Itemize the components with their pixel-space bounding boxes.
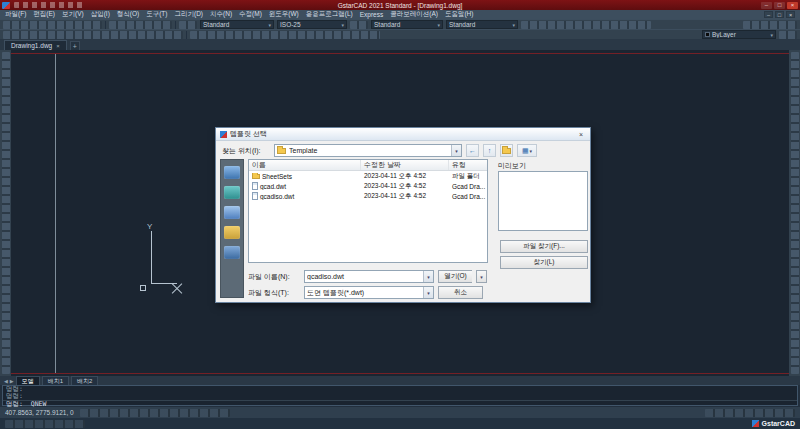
status-lower-icons[interactable] [5, 420, 85, 428]
window-controls: – □ × [761, 2, 798, 9]
tab-close-icon[interactable]: × [56, 43, 60, 49]
new-folder-icon [502, 148, 511, 154]
menu-dimension[interactable]: 치수(N) [210, 10, 232, 19]
chevron-down-icon[interactable]: ▾ [451, 145, 461, 156]
color-combo[interactable]: ByLayer ▾ [702, 30, 776, 39]
look-in-value: Template [289, 147, 448, 154]
tab-label: Drawing1.dwg [11, 42, 52, 49]
tab-layout2[interactable]: 배치2 [71, 376, 98, 385]
command-area: 명령: 명령: 명령: _QNEW [0, 385, 800, 407]
match-properties-icon[interactable] [779, 31, 797, 39]
menu-format[interactable]: 형식(O) [117, 10, 139, 19]
menu-file[interactable]: 파일(F) [5, 10, 26, 19]
file-name-combo[interactable]: gcadiso.dwt ▾ [304, 270, 434, 283]
up-one-level-button[interactable]: ↑ [483, 144, 496, 157]
file-row-sheetsets[interactable]: SheetSets 2023-04-11 오후 4:52 파일 폴더 [249, 171, 487, 181]
file-date-cell: 2023-04-11 오후 4:52 [361, 172, 449, 181]
menu-draw[interactable]: 그리기(D) [175, 10, 204, 19]
places-desktop-button[interactable] [224, 186, 240, 199]
drawing-canvas[interactable]: Y 템플릿 선택 × 찾는 위치(I): Template ▾ ← [11, 50, 789, 376]
file-type-cell: Gcad Dra... [449, 193, 487, 200]
zoom-toolbar-icons[interactable] [109, 21, 172, 29]
doc-close-button[interactable]: × [786, 11, 795, 18]
chevron-down-icon: ▾ [512, 22, 515, 28]
views-menu-button[interactable]: ▦ ▾ [517, 144, 537, 157]
window-maximize-button[interactable]: □ [774, 2, 785, 9]
tab-drawing1[interactable]: Drawing1.dwg × [4, 40, 67, 50]
open-button[interactable]: 열기(O) [438, 270, 472, 283]
table-style-combo[interactable]: Standard ▾ [446, 20, 518, 29]
dialog-close-button[interactable]: × [576, 130, 586, 139]
locate-button[interactable]: 찾기(L) [500, 256, 588, 269]
file-toolbar-icons[interactable] [3, 21, 102, 29]
places-network-button[interactable] [224, 246, 240, 259]
command-window[interactable]: 명령: 명령: 명령: _QNEW [2, 385, 798, 406]
column-name[interactable]: 이름 [249, 160, 361, 170]
column-date-modified[interactable]: 수정한 날짜 [361, 160, 449, 170]
object-properties-icons[interactable] [190, 31, 380, 39]
dialog-title-bar[interactable]: 템플릿 선택 × [216, 128, 590, 141]
tab-layout1[interactable]: 배치1 [42, 376, 69, 385]
window-close-button[interactable]: × [787, 2, 798, 9]
draw-toolbar[interactable] [0, 50, 11, 376]
dim-style-combo[interactable]: ISO-25 ▾ [277, 20, 347, 29]
chevron-down-icon[interactable]: ▾ [423, 287, 433, 298]
text-style-combo[interactable]: Standard ▾ [371, 20, 443, 29]
menu-tools[interactable]: 도구(T) [146, 10, 167, 19]
status-toggle-buttons[interactable] [80, 409, 230, 417]
plus-icon: + [73, 43, 77, 50]
chevron-down-icon[interactable]: ▾ [423, 271, 433, 282]
menu-insert[interactable]: 삽입(I) [91, 10, 110, 19]
menu-collaboration[interactable]: 콜라보레이션(A) [390, 10, 438, 19]
new-tab-button[interactable]: + [70, 41, 80, 50]
file-type-combo[interactable]: 도면 템플릿(*.dwt) ▾ [304, 286, 434, 299]
column-type[interactable]: 유형 [449, 160, 487, 170]
restore-icon: □ [778, 12, 781, 18]
menu-application[interactable]: 응용프로그램(L) [306, 10, 353, 19]
quick-access-toolbar[interactable] [14, 2, 86, 8]
layer-toolbar-icons[interactable] [3, 31, 183, 39]
text-toolbar-icon[interactable] [350, 21, 368, 29]
new-folder-button[interactable] [500, 144, 513, 157]
status-right-icons[interactable] [705, 409, 795, 417]
gstarcad-logo-icon [752, 420, 759, 427]
doc-minimize-button[interactable]: – [764, 11, 773, 18]
menu-modify[interactable]: 수정(M) [239, 10, 262, 19]
menu-bar: 파일(F) 편집(E) 보기(V) 삽입(I) 형식(O) 도구(T) 그리기(… [0, 10, 800, 19]
places-favorites-button[interactable] [224, 226, 240, 239]
standard-toolbar: Standard ▾ ISO-25 ▾ Standard ▾ Standard … [0, 19, 800, 29]
file-row-gcadiso-dwt[interactable]: gcadiso.dwt 2023-04-11 오후 4:52 Gcad Dra.… [249, 191, 487, 201]
modify-toolbar[interactable] [789, 50, 800, 376]
layer-toolbar: ByLayer ▾ [0, 29, 800, 39]
workspace-style-combo[interactable]: Standard ▾ [200, 20, 274, 29]
window-minimize-button[interactable]: – [761, 2, 772, 9]
file-row-gcad-dwt[interactable]: gcad.dwt 2023-04-11 오후 4:52 Gcad Dra... [249, 181, 487, 191]
find-file-button[interactable]: 파일 찾기(F)... [500, 240, 588, 253]
open-split-arrow-button[interactable]: ▾ [476, 270, 487, 283]
back-button[interactable]: ← [466, 144, 479, 157]
menu-edit[interactable]: 편집(E) [33, 10, 55, 19]
file-type-cell: 파일 폴더 [449, 172, 487, 181]
look-in-combo[interactable]: Template ▾ [274, 144, 462, 157]
places-documents-button[interactable] [224, 206, 240, 219]
menu-window[interactable]: 윈도우(W) [269, 10, 299, 19]
file-name-value: gcadiso.dwt [307, 273, 420, 280]
style-toolbar-icon[interactable] [179, 21, 197, 29]
window-title: GstarCAD 2021 Standard - [Drawing1.dwg] [0, 2, 800, 9]
menu-help[interactable]: 도움말(H) [445, 10, 474, 19]
layout-prev-icon[interactable]: ◀ [4, 378, 8, 384]
properties-toolbar-icons[interactable] [521, 21, 651, 29]
layout-next-icon[interactable]: ▶ [10, 378, 14, 384]
file-date-cell: 2023-04-11 오후 4:52 [361, 192, 449, 201]
tab-model[interactable]: 모델 [16, 376, 40, 385]
gstarcad-window: GstarCAD 2021 Standard - [Drawing1.dwg] … [0, 0, 800, 429]
workspace-style-value: Standard [203, 21, 266, 28]
command-history-line: 명령: [3, 393, 797, 400]
help-toolbar-icons[interactable] [743, 21, 797, 29]
places-history-button[interactable] [224, 166, 240, 179]
menu-view[interactable]: 보기(V) [62, 10, 84, 19]
menu-express[interactable]: Express [360, 11, 383, 18]
doc-restore-button[interactable]: □ [775, 11, 784, 18]
minimize-icon: – [765, 2, 768, 8]
cancel-button[interactable]: 취소 [438, 286, 483, 299]
